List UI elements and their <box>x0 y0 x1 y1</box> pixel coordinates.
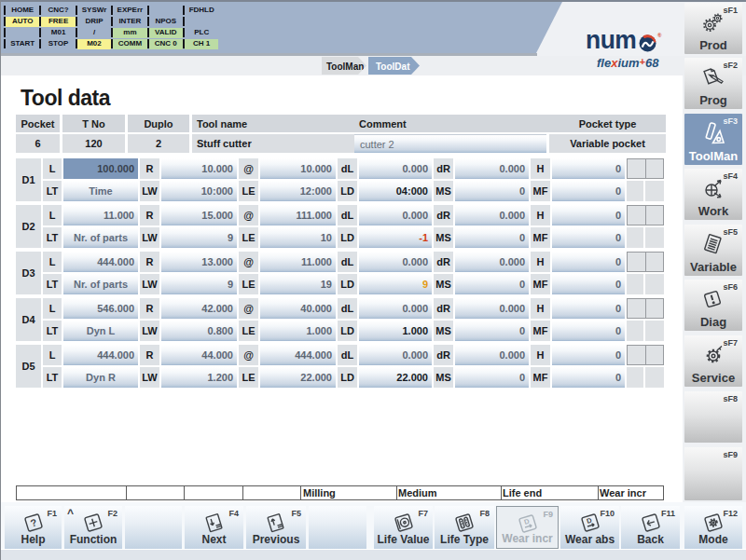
svg-text:?: ? <box>29 516 38 529</box>
